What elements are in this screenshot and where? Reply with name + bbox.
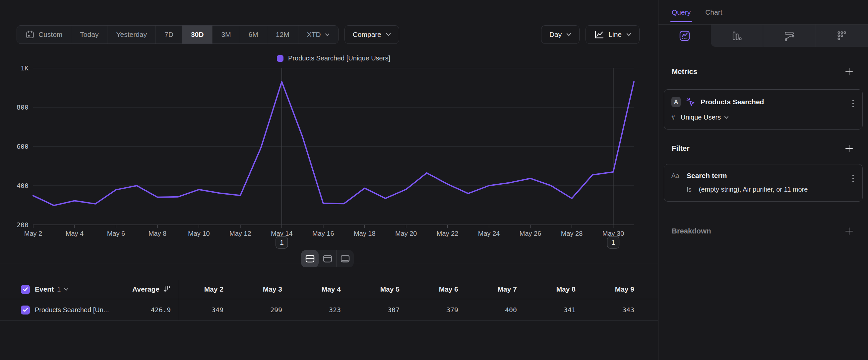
- metrics-heading: Metrics: [672, 67, 697, 76]
- event-column-header[interactable]: Event 1: [35, 285, 114, 293]
- cell-value: 343: [582, 306, 640, 314]
- x-tick-label: May 16: [312, 230, 334, 237]
- x-tick-label: May 14: [271, 230, 293, 237]
- add-metric-button[interactable]: [843, 66, 855, 77]
- select-all-checkbox[interactable]: [21, 285, 30, 294]
- table-header-row: Event 1 Average May 2May 3May 4May 5May …: [0, 280, 658, 299]
- x-tick-label: May 8: [149, 230, 166, 237]
- y-tick-label: 400: [17, 182, 29, 190]
- date-column-header[interactable]: May 7: [464, 285, 523, 293]
- add-filter-button[interactable]: [843, 143, 855, 154]
- chart-type-retention-tab[interactable]: [816, 25, 868, 47]
- query-panel: Query Chart: [658, 0, 868, 360]
- metric-name: Products Searched: [701, 98, 764, 106]
- breakdown-section-header: Breakdown: [672, 225, 855, 237]
- x-tick-label: May 28: [561, 230, 583, 237]
- average-column-header[interactable]: Average: [114, 285, 171, 293]
- row-average-value: 426.9: [151, 306, 171, 314]
- cell-value: 323: [288, 306, 347, 314]
- table-only-icon: [340, 254, 350, 263]
- table-column-divider: [179, 280, 179, 321]
- string-property-icon: Aa: [672, 172, 681, 179]
- filter-operator[interactable]: Is: [687, 186, 692, 193]
- layout-chart-only-button[interactable]: [319, 250, 336, 267]
- layout-split-view-button[interactable]: [301, 250, 319, 267]
- annotation-badge[interactable]: 1: [608, 237, 619, 248]
- split-view-icon: [305, 254, 315, 263]
- add-breakdown-button[interactable]: [843, 225, 855, 237]
- event-click-icon: [686, 97, 695, 107]
- table-row: Products Searched [Un... 426.9 349299323…: [0, 299, 658, 321]
- layout-table-only-button[interactable]: [336, 250, 354, 267]
- series-line: [33, 82, 634, 205]
- y-tick-label: 600: [17, 142, 29, 150]
- breakdown-table: Event 1 Average May 2May 3May 4May 5May …: [0, 280, 658, 321]
- tab-chart[interactable]: Chart: [705, 0, 722, 24]
- chart-only-icon: [322, 254, 333, 263]
- date-column-header[interactable]: May 5: [347, 285, 405, 293]
- date-column-header[interactable]: May 9: [582, 285, 640, 293]
- y-tick-label: 200: [17, 221, 29, 229]
- date-column-header[interactable]: May 8: [523, 285, 582, 293]
- x-tick-label: May 10: [188, 230, 210, 237]
- filter-value[interactable]: (empty string), Air purifier, or 11 more: [699, 186, 808, 193]
- x-tick-label: May 2: [24, 230, 42, 237]
- x-tick-label: May 30: [602, 230, 624, 237]
- sort-descending-icon: [163, 285, 171, 293]
- analytics-app: CustomTodayYesterday7D30D3M6M12MXTD Comp…: [0, 0, 868, 360]
- svg-text:1: 1: [280, 239, 284, 246]
- row-event-name: Products Searched [Un...: [35, 306, 109, 314]
- filter-heading: Filter: [672, 144, 690, 153]
- bar-chart-icon: [731, 30, 743, 42]
- metric-options-kebab-icon[interactable]: [850, 98, 856, 112]
- flow-icon: [783, 30, 796, 42]
- cell-value: 379: [405, 306, 464, 314]
- chart-type-bar-tab[interactable]: [711, 25, 763, 47]
- cell-value: 307: [347, 306, 405, 314]
- line-chart: 2004006008001KMay 2May 4May 6May 8May 10…: [0, 0, 658, 269]
- filter-property-name: Search term: [687, 172, 727, 180]
- x-tick-label: May 12: [229, 230, 251, 237]
- x-tick-label: May 4: [66, 230, 84, 237]
- cell-value: 400: [464, 306, 523, 314]
- retention-icon: [836, 30, 848, 42]
- x-tick-label: May 24: [478, 230, 500, 237]
- layout-toggle-group: [301, 250, 354, 267]
- chart-type-flow-tab[interactable]: [763, 25, 816, 47]
- row-checkbox[interactable]: [21, 306, 30, 314]
- aggregation-type-icon: #: [672, 114, 675, 121]
- x-tick-label: May 18: [354, 230, 376, 237]
- date-column-header[interactable]: May 6: [405, 285, 464, 293]
- annotation-badge[interactable]: 1: [276, 237, 288, 248]
- date-column-header[interactable]: May 3: [229, 285, 288, 293]
- breakdown-heading: Breakdown: [672, 227, 711, 236]
- chevron-down-icon: [64, 288, 68, 291]
- x-tick-label: May 22: [437, 230, 459, 237]
- filter-section-header: Filter: [672, 143, 855, 154]
- filter-card[interactable]: Aa Search term Is (empty string), Air pu…: [664, 164, 863, 201]
- cell-value: 299: [229, 306, 288, 314]
- x-tick-label: May 6: [107, 230, 125, 237]
- y-tick-label: 1K: [21, 64, 29, 72]
- chart-type-insights-tab[interactable]: [658, 25, 711, 47]
- chart-type-tabs: [658, 25, 868, 47]
- y-tick-label: 800: [17, 103, 29, 111]
- aggregation-dropdown[interactable]: Unique Users: [681, 114, 729, 121]
- svg-text:1: 1: [611, 239, 615, 246]
- cell-value: 341: [523, 306, 582, 314]
- metric-card[interactable]: A Products Searched # Unique Users: [664, 89, 863, 130]
- metrics-section-header: Metrics: [672, 66, 855, 77]
- x-tick-label: May 20: [395, 230, 417, 237]
- metric-series-badge: A: [672, 97, 681, 107]
- panel-tabs: Query Chart: [658, 0, 868, 25]
- date-column-header[interactable]: May 2: [171, 285, 229, 293]
- chevron-down-icon: [724, 116, 729, 119]
- cell-value: 349: [171, 306, 229, 314]
- x-tick-label: May 26: [520, 230, 541, 237]
- date-column-header[interactable]: May 4: [288, 285, 347, 293]
- filter-options-kebab-icon[interactable]: [850, 172, 856, 187]
- insights-line-icon: [679, 30, 691, 42]
- tab-query[interactable]: Query: [672, 0, 691, 24]
